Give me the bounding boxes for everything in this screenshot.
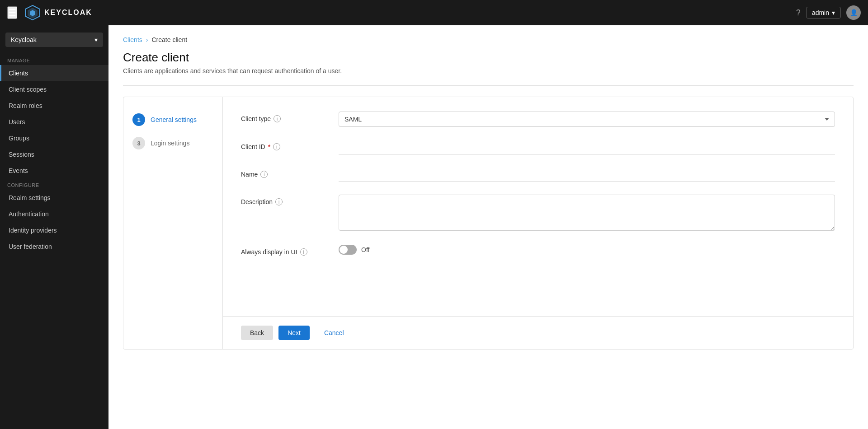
description-info-icon: i [275,198,283,205]
cancel-button[interactable]: Cancel [315,326,353,340]
client-id-required-star: * [268,143,270,150]
name-info-icon: i [260,171,268,178]
client-type-info-icon: i [274,115,281,122]
main-content: Clients › Create client Create client Cl… [108,25,868,429]
client-id-info-icon: i [273,143,280,150]
avatar: 👤 [846,5,861,20]
description-label-area: Description i [241,195,331,205]
client-type-input-area: SAML OpenID Connect [339,112,835,127]
sidebar-item-sessions[interactable]: Sessions [0,146,108,163]
back-button[interactable]: Back [241,326,273,340]
hamburger-menu-button[interactable]: ☰ [7,6,17,19]
top-navigation: ☰ KEYCLOAK ? admin ▾ 👤 [0,0,868,25]
client-id-input[interactable] [339,140,835,154]
sidebar-item-users[interactable]: Users [0,114,108,130]
client-type-row: Client type i SAML OpenID Connect [241,112,835,127]
step-3-item[interactable]: 3 Login settings [123,131,222,155]
step-3-label: Login settings [151,140,189,147]
description-label: Description [241,198,273,205]
always-display-input-area: Off [339,245,835,255]
realm-selector[interactable]: Keycloak ▾ [5,33,103,47]
step-1-item[interactable]: 1 General settings [123,108,222,131]
divider [123,85,854,86]
always-display-label: Always display in UI [241,248,297,256]
name-label: Name [241,171,258,178]
toggle-thumb [340,246,348,254]
sidebar-item-groups[interactable]: Groups [0,130,108,146]
wizard-container: 1 General settings 3 Login settings Clie… [123,97,854,350]
sidebar-item-clients[interactable]: Clients [0,65,108,81]
step-1-label: General settings [151,116,197,123]
always-display-label-area: Always display in UI i [241,245,331,256]
sidebar-section-configure-label: Configure [0,179,108,190]
steps-panel: 1 General settings 3 Login settings [123,97,223,349]
toggle-row: Off [339,245,835,255]
description-input-area [339,195,835,232]
sidebar: Keycloak ▾ Manage Clients Client scopes … [0,25,108,429]
app-name: KEYCLOAK [44,9,92,17]
step-1-number: 1 [132,113,145,126]
keycloak-logo-icon [24,5,41,21]
description-row: Description i [241,195,835,232]
client-id-row: Client ID * i [241,140,835,154]
name-input-area [339,167,835,182]
always-display-toggle[interactable] [339,245,357,255]
step-3-number: 3 [132,137,145,149]
admin-dropdown-button[interactable]: admin ▾ [806,7,841,19]
sidebar-item-events[interactable]: Events [0,163,108,179]
always-display-info-icon: i [300,248,307,256]
sidebar-item-identity-providers[interactable]: Identity providers [0,222,108,238]
name-input[interactable] [339,167,835,182]
sidebar-item-user-federation[interactable]: User federation [0,238,108,255]
admin-label: admin [812,9,829,16]
breadcrumb-separator: › [146,36,148,43]
breadcrumb-current: Create client [151,36,187,43]
sidebar-section-manage-label: Manage [0,54,108,65]
breadcrumb-parent-link[interactable]: Clients [123,36,142,43]
sidebar-section-configure: Configure Realm settings Authentication … [0,179,108,255]
name-row: Name i [241,167,835,182]
client-type-label-area: Client type i [241,112,331,122]
breadcrumb: Clients › Create client [123,36,854,43]
client-type-select[interactable]: SAML OpenID Connect [339,112,835,127]
page-title: Create client [123,51,854,65]
realm-chevron-icon: ▾ [94,36,98,43]
toggle-off-label: Off [361,246,369,253]
realm-name: Keycloak [11,36,37,43]
description-textarea[interactable] [339,195,835,231]
sidebar-item-realm-settings[interactable]: Realm settings [0,190,108,206]
sidebar-item-client-scopes[interactable]: Client scopes [0,81,108,98]
sidebar-section-manage: Manage Clients Client scopes Realm roles… [0,54,108,179]
name-label-area: Name i [241,167,331,178]
sidebar-item-authentication[interactable]: Authentication [0,206,108,222]
page-subtitle: Clients are applications and services th… [123,67,854,75]
admin-chevron-icon: ▾ [832,9,835,16]
client-id-label: Client ID [241,143,265,150]
logo-area: KEYCLOAK [24,5,92,21]
help-button[interactable]: ? [796,8,801,18]
client-id-label-area: Client ID * i [241,140,331,150]
sidebar-item-realm-roles[interactable]: Realm roles [0,98,108,114]
action-bar: Back Next Cancel [223,316,853,349]
client-id-input-area [339,140,835,154]
next-button[interactable]: Next [278,326,310,340]
form-container: Client type i SAML OpenID Connect [223,97,853,349]
form-panel: Client type i SAML OpenID Connect [223,97,853,316]
always-display-row: Always display in UI i Off [241,245,835,256]
client-type-label: Client type [241,115,271,122]
